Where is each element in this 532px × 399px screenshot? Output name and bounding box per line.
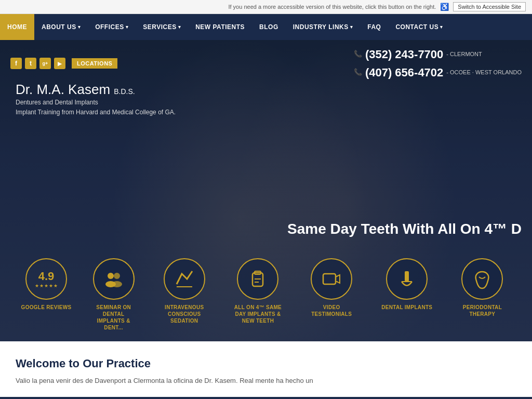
periodontal-icon: [471, 268, 494, 290]
nav-home[interactable]: HOME: [0, 14, 34, 40]
doctor-info: Dr. M.A. Kasem B.D.S. Dentures and Denta…: [16, 82, 176, 117]
nav-about[interactable]: ABOUT US ▾: [34, 14, 88, 40]
secondary-phone-location: - OCOEE · WEST ORLANDO: [446, 68, 522, 77]
doctor-degree: B.D.S.: [114, 87, 135, 96]
implants-circle: [386, 258, 428, 300]
info-bar: f t g+ ▶ LOCATIONS 📞 (352) 243-7700 - CL…: [0, 40, 532, 87]
all-on-4-item[interactable]: ALL ON 4™ SAMEDAY IMPLANTS &NEW TEETH: [234, 258, 282, 324]
primary-phone-number[interactable]: (352) 243-7700: [365, 45, 443, 63]
implants-label: DENTAL IMPLANTS: [381, 304, 432, 311]
hero-tagline: Same Day Teeth With All On 4™ D: [287, 221, 522, 237]
implants-icon: [396, 269, 417, 289]
rating-circle: 4.9 ★★★★★: [25, 258, 67, 300]
primary-phone-location: - CLERMONT: [446, 50, 482, 59]
seminar-icon: [103, 269, 124, 289]
periodontal-item[interactable]: PERIODONTAL THERAPY: [454, 258, 511, 317]
implants-item[interactable]: DENTAL IMPLANTS: [381, 258, 432, 311]
periodontal-circle: [461, 258, 503, 300]
phone-icon-2: 📞: [354, 67, 362, 78]
wheelchair-icon: ♿: [440, 3, 449, 11]
seminar-label: SEMINAR ONDENTALIMPLANTS &DENT...: [96, 304, 131, 331]
accessible-site-button[interactable]: Switch to Accessible Site: [453, 2, 526, 11]
locations-button[interactable]: LOCATIONS: [72, 58, 117, 69]
nav-blog[interactable]: BLOG: [252, 14, 286, 40]
video-circle: [311, 258, 352, 300]
periodontal-label: PERIODONTAL THERAPY: [454, 304, 511, 317]
google-plus-icon[interactable]: g+: [39, 58, 51, 69]
svg-rect-9: [323, 274, 336, 284]
welcome-body: Valio la pena venir des de Davenport a C…: [16, 376, 516, 387]
video-icon: [321, 269, 342, 289]
svg-point-0: [108, 273, 114, 279]
facebook-icon[interactable]: f: [10, 58, 22, 69]
accessibility-bar: If you need a more accessible version of…: [0, 0, 532, 14]
doctor-line1: Dentures and Dental Implants: [16, 98, 176, 108]
icon-row: 4.9 ★★★★★ GOOGLE REVIEWS SEMINAR ONDENTA…: [0, 258, 532, 331]
sedation-icon: [174, 269, 195, 289]
doctor-line2: Implant Training from Harvard and Medica…: [16, 108, 176, 117]
accessibility-message: If you need a more accessible version of…: [228, 4, 436, 10]
all-on-4-icon: [247, 269, 268, 289]
twitter-icon[interactable]: t: [25, 58, 36, 69]
youtube-icon[interactable]: ▶: [54, 58, 65, 69]
svg-point-3: [112, 281, 122, 287]
google-reviews-label: GOOGLE REVIEWS: [21, 304, 72, 311]
svg-point-1: [114, 273, 120, 279]
main-nav: HOME ABOUT US ▾ OFFICES ▾ SERVICES ▾ NEW…: [0, 14, 532, 40]
services-arrow: ▾: [178, 24, 181, 30]
seminar-item[interactable]: SEMINAR ONDENTALIMPLANTS &DENT...: [93, 258, 135, 331]
offices-arrow: ▾: [126, 24, 129, 30]
all-on-4-circle: [237, 258, 278, 300]
secondary-phone-number[interactable]: (407) 656-4702: [365, 63, 443, 82]
welcome-heading: Welcome to Our Practice: [16, 357, 516, 370]
video-label: VIDEO TESTIMONIALS: [303, 304, 360, 317]
phone-info: 📞 (352) 243-7700 - CLERMONT 📞 (407) 656-…: [354, 45, 522, 82]
nav-services[interactable]: SERVICES ▾: [136, 14, 188, 40]
google-reviews-item[interactable]: 4.9 ★★★★★ GOOGLE REVIEWS: [21, 258, 72, 311]
nav-faq[interactable]: FAQ: [360, 14, 388, 40]
seminar-circle: [93, 258, 135, 300]
welcome-section: Welcome to Our Practice Valio la pena ve…: [0, 341, 532, 397]
rating-number: 4.9: [38, 270, 55, 283]
sedation-label: INTRAVENOUS CONSCIOUS SEDATION: [156, 304, 213, 324]
sedation-circle: [164, 258, 205, 300]
video-item[interactable]: VIDEO TESTIMONIALS: [303, 258, 360, 317]
all-on-4-label: ALL ON 4™ SAMEDAY IMPLANTS &NEW TEETH: [234, 304, 282, 324]
industry-arrow: ▾: [350, 24, 353, 30]
contact-arrow: ▾: [440, 24, 443, 30]
rating-stars: ★★★★★: [35, 283, 58, 288]
social-icons-group: f t g+ ▶: [10, 58, 65, 69]
nav-new-patients[interactable]: NEW PATIENTS: [188, 14, 252, 40]
nav-industry-links[interactable]: INDUSTRY LINKS ▾: [286, 14, 361, 40]
phone-icon-1: 📞: [354, 49, 362, 60]
sedation-item[interactable]: INTRAVENOUS CONSCIOUS SEDATION: [156, 258, 213, 324]
hero-section: f t g+ ▶ LOCATIONS 📞 (352) 243-7700 - CL…: [0, 40, 532, 341]
nav-contact[interactable]: CONTACT US ▾: [388, 14, 450, 40]
doctor-name-heading: Dr. M.A. Kasem B.D.S.: [16, 82, 176, 98]
svg-rect-11: [405, 271, 409, 282]
about-arrow: ▾: [78, 24, 81, 30]
nav-offices[interactable]: OFFICES ▾: [88, 14, 136, 40]
